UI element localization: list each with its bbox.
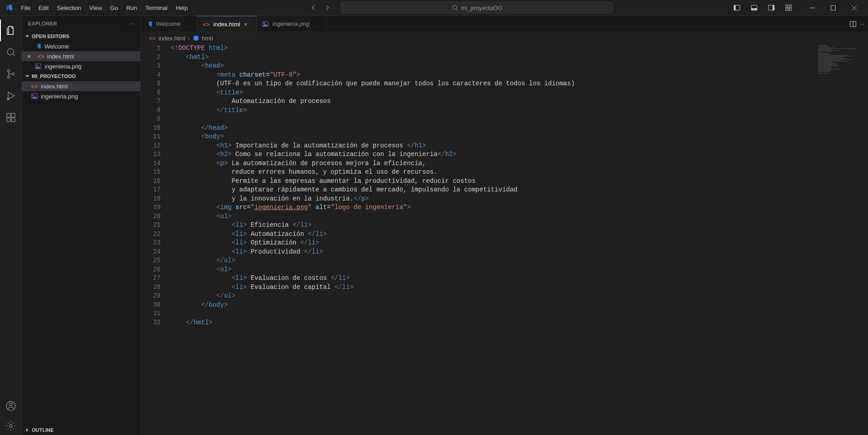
menu-run[interactable]: Run	[123, 3, 141, 13]
activity-explorer[interactable]	[0, 20, 22, 41]
image-file-icon	[31, 93, 38, 100]
html-file-icon: <>	[37, 53, 44, 60]
menu-terminal[interactable]: Terminal	[142, 3, 171, 13]
vscode-icon	[146, 21, 152, 27]
svg-rect-18	[7, 118, 10, 122]
editor-tabs: Welcome×<>index.html×ingenieria.png× ···	[141, 16, 868, 32]
html-file-icon: <>	[203, 21, 210, 28]
svg-rect-10	[789, 8, 791, 10]
command-center-search[interactable]: mi_proyectoOO	[341, 2, 613, 14]
tab-index-html[interactable]: <>index.html×	[197, 16, 257, 32]
activity-extensions[interactable]	[0, 107, 22, 128]
tab-ingenieria-png[interactable]: ingenieria.png×	[257, 16, 326, 32]
image-file-icon	[262, 21, 269, 27]
image-file-icon	[34, 63, 42, 70]
window-minimize-button[interactable]	[802, 0, 823, 16]
svg-rect-4	[751, 8, 757, 10]
outline-section[interactable]: OUTLINE	[22, 425, 140, 435]
line-gutter: 1234567891011121314151617181920212223242…	[141, 44, 169, 435]
activity-search[interactable]	[0, 41, 22, 63]
svg-point-13	[7, 70, 10, 72]
sidebar-explorer: EXPLORER ··· OPEN EDITORS Welcome×<>inde…	[22, 16, 141, 435]
svg-point-25	[36, 65, 38, 66]
breadcrumb[interactable]: <> index.html › hmtl	[141, 32, 868, 44]
activity-accounts[interactable]	[0, 395, 22, 417]
chevron-down-icon	[25, 34, 30, 39]
svg-rect-2	[734, 5, 736, 10]
nav-back-button[interactable]	[307, 2, 320, 13]
html-file-icon: <>	[149, 35, 156, 42]
open-editor-item[interactable]: Welcome	[22, 41, 140, 51]
menu-selection[interactable]: Selection	[53, 3, 84, 13]
svg-point-12	[7, 49, 14, 55]
open-editor-item[interactable]: ×<>index.html	[22, 51, 140, 61]
svg-point-27	[33, 95, 34, 96]
close-icon[interactable]: ×	[25, 53, 33, 60]
titlebar: FileEditSelectionViewGoRunTerminalHelp m…	[0, 0, 868, 16]
tab-welcome[interactable]: Welcome×	[141, 16, 197, 32]
menu-view[interactable]: View	[86, 3, 106, 13]
file-label: ingenieria.png	[41, 93, 78, 100]
tab-more-icon[interactable]: ···	[859, 20, 864, 27]
svg-point-14	[7, 76, 10, 78]
file-tree-item[interactable]: <>index.html	[22, 81, 140, 91]
svg-point-29	[264, 22, 265, 24]
split-editor-icon[interactable]	[849, 20, 857, 28]
svg-rect-8	[789, 5, 791, 7]
editor-body[interactable]: 1234567891011121314151617181920212223242…	[141, 44, 868, 435]
activity-source-control[interactable]	[0, 63, 22, 85]
svg-point-0	[453, 5, 457, 10]
file-tree-item[interactable]: ingenieria.png	[22, 91, 140, 101]
svg-rect-7	[786, 5, 788, 7]
html-file-icon: <>	[31, 83, 38, 90]
menu-file[interactable]: File	[17, 3, 34, 13]
sidebar-title: EXPLORER	[28, 21, 57, 26]
file-label: Welcome	[44, 43, 69, 50]
search-placeholder: mi_proyectoOO	[461, 5, 502, 11]
vscode-icon	[34, 43, 42, 50]
project-section[interactable]: MI_PROYECTOOO	[22, 71, 140, 81]
file-label: index.html	[41, 83, 68, 90]
menubar: FileEditSelectionViewGoRunTerminalHelp	[17, 3, 191, 13]
svg-point-23	[10, 425, 12, 427]
menu-go[interactable]: Go	[107, 3, 122, 13]
code-content[interactable]: <!DOCTYPE html> <hmtl> <head> <meta char…	[169, 44, 868, 435]
layout-toggle-primary-icon[interactable]	[729, 2, 745, 14]
window-close-button[interactable]	[843, 0, 864, 16]
tab-label: index.html	[213, 21, 240, 28]
window-maximize-button[interactable]	[823, 0, 843, 16]
file-label: index.html	[47, 53, 74, 60]
open-editors-section[interactable]: OPEN EDITORS	[22, 31, 140, 41]
file-label: ingenieria.png	[44, 63, 82, 70]
vscode-logo-icon	[5, 4, 13, 11]
activity-bar	[0, 16, 22, 435]
open-editor-item[interactable]: ingenieria.png	[22, 61, 140, 71]
activity-settings[interactable]	[0, 417, 22, 435]
svg-rect-9	[786, 8, 788, 10]
svg-point-15	[12, 73, 14, 75]
symbol-icon	[193, 35, 199, 41]
tab-label: ingenieria.png	[272, 20, 309, 27]
minimap[interactable]	[818, 45, 862, 136]
chevron-down-icon	[25, 73, 30, 79]
sidebar-more-icon[interactable]: ···	[129, 21, 134, 26]
chevron-right-icon	[25, 427, 30, 433]
menu-help[interactable]: Help	[172, 3, 191, 13]
layout-toggle-panel-icon[interactable]	[746, 2, 762, 14]
editor-area: Welcome×<>index.html×ingenieria.png× ···…	[141, 16, 868, 435]
layout-customize-icon[interactable]	[781, 2, 796, 14]
tab-label: Welcome	[156, 20, 181, 27]
svg-rect-20	[11, 113, 15, 117]
layout-toggle-secondary-icon[interactable]	[764, 2, 779, 14]
svg-rect-17	[7, 113, 10, 117]
close-icon[interactable]: ×	[244, 21, 251, 28]
menu-edit[interactable]: Edit	[35, 3, 52, 13]
search-icon	[452, 5, 458, 11]
svg-point-22	[10, 403, 12, 406]
svg-rect-6	[773, 5, 775, 10]
nav-forward-button[interactable]	[321, 2, 333, 13]
activity-run-debug[interactable]	[0, 85, 22, 107]
svg-rect-11	[831, 5, 835, 10]
svg-rect-19	[11, 118, 15, 122]
